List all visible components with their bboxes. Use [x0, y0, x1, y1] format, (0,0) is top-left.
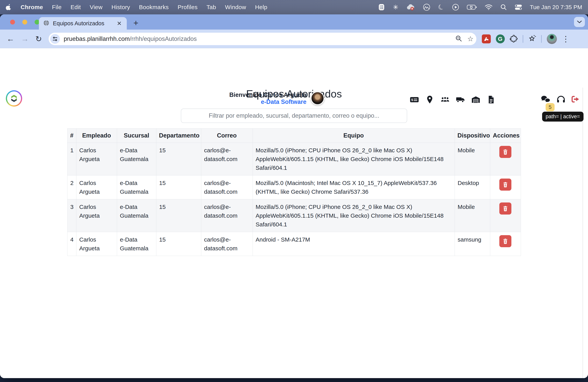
money-check-icon[interactable]: $	[410, 96, 419, 104]
mountain-vpn-icon[interactable]	[423, 3, 430, 11]
welcome-text: Bienvenido Carlos Argueta	[229, 91, 306, 98]
cell-sucursal: e-Data Guatemala	[117, 143, 156, 175]
apple-icon[interactable]	[6, 3, 12, 11]
company-link[interactable]: e-Data Software	[229, 98, 306, 106]
cell-empleado: Carlos Argueta	[76, 199, 117, 232]
menubar-item-view[interactable]: View	[90, 4, 103, 11]
signout-icon[interactable]	[571, 95, 580, 104]
delete-device-button[interactable]	[499, 179, 511, 191]
delete-device-button[interactable]	[499, 202, 511, 214]
menubar-item-edit[interactable]: Edit	[71, 4, 81, 11]
location-pin-icon[interactable]	[425, 95, 434, 104]
screen: ChromeFileEditViewHistoryBookmarksProfil…	[0, 0, 588, 382]
openai-icon[interactable]: ✳	[393, 3, 399, 11]
menubar-item-history[interactable]: History	[111, 4, 130, 11]
grammarly-extension-icon[interactable]: G	[496, 34, 505, 43]
reload-icon[interactable]: ↻	[35, 34, 42, 43]
warehouse-icon[interactable]	[471, 96, 480, 104]
cell-empleado: Carlos Argueta	[76, 175, 117, 199]
filter-input[interactable]	[181, 108, 407, 123]
trash-icon	[503, 149, 508, 155]
close-window-button[interactable]	[10, 20, 15, 24]
table-header-row: #EmpleadoSucursalDepartamentoCorreoEquip…	[67, 128, 521, 143]
cell-dispositivo: Mobile	[455, 199, 490, 232]
path-tooltip: path= | active=	[542, 112, 584, 122]
extensions-puzzle-icon[interactable]	[510, 35, 518, 43]
tab-search-chevron-button[interactable]	[574, 17, 585, 27]
cell-correo: carlos@e-datasoft.com	[201, 199, 252, 232]
edata-logo[interactable]	[6, 90, 22, 106]
menubar-item-window[interactable]: Window	[225, 4, 246, 11]
list-window-icon[interactable]	[378, 3, 385, 11]
tab-close-icon[interactable]: ✕	[116, 20, 123, 27]
menubar-item-profiles[interactable]: Profiles	[178, 4, 198, 11]
site-settings-icon[interactable]	[50, 34, 60, 44]
user-avatar[interactable]	[311, 91, 324, 105]
cell-equipo: Android - SM-A217M	[252, 232, 455, 256]
page-scrollbar[interactable]	[583, 87, 583, 378]
table-body: 1 Carlos Argueta e-Data Guatemala 15 car…	[67, 143, 521, 256]
column-header-4: Correo	[201, 128, 252, 143]
menubar-item-help[interactable]: Help	[255, 4, 267, 11]
bookmark-star-icon[interactable]: ☆	[467, 35, 473, 42]
zoom-out-icon[interactable]	[455, 35, 462, 43]
trash-icon	[503, 238, 508, 244]
wifi-icon[interactable]	[485, 3, 493, 11]
new-tab-button[interactable]: +	[133, 18, 138, 28]
menubar-item-chrome[interactable]: Chrome	[21, 4, 43, 11]
browser-tab[interactable]: Equipos Autorizados ✕	[39, 17, 127, 30]
document-icon[interactable]	[487, 95, 496, 104]
cell-acciones	[490, 199, 521, 232]
toolbar-separator	[541, 35, 542, 43]
cell-empleado: Carlos Argueta	[76, 232, 117, 256]
address-bar[interactable]: pruebas.planillarrhh.com/rrhh/equiposAut…	[49, 33, 476, 45]
notification-badge: 5	[546, 103, 555, 111]
column-header-3: Departamento	[156, 128, 201, 143]
cell-num: 2	[67, 175, 76, 199]
svg-text:$: $	[411, 98, 413, 102]
menubar-clock[interactable]: Tue Jan 20 7:35 PM	[530, 4, 582, 11]
cell-acciones	[490, 143, 521, 175]
browser-window: Equipos Autorizados ✕ + ← → ↻ pruebas.pl…	[0, 14, 588, 378]
reading-list-star-icon[interactable]	[528, 35, 536, 43]
macos-menubar: ChromeFileEditViewHistoryBookmarksProfil…	[0, 0, 588, 14]
cell-departamento: 15	[156, 232, 201, 256]
cell-sucursal: e-Data Guatemala	[117, 232, 156, 256]
cell-equipo: Mozilla/5.0 (iPhone; CPU iPhone OS 26_2_…	[252, 199, 455, 232]
trash-icon	[503, 206, 508, 212]
minimize-window-button[interactable]	[22, 20, 27, 24]
forward-icon[interactable]: →	[21, 34, 29, 43]
play-circle-icon[interactable]	[452, 3, 459, 11]
cell-num: 4	[67, 232, 76, 256]
cell-acciones	[490, 175, 521, 199]
back-icon[interactable]: ←	[7, 34, 14, 43]
menubar-item-bookmarks[interactable]: Bookmarks	[139, 4, 169, 11]
adobe-pdf-extension-icon[interactable]	[482, 34, 491, 43]
cell-correo: carlos@e-datasoft.com	[201, 175, 252, 199]
moon-icon[interactable]: ☾	[437, 2, 446, 12]
delete-device-button[interactable]	[499, 235, 511, 247]
chat-icon[interactable]	[541, 95, 551, 104]
users-icon[interactable]	[441, 96, 450, 104]
column-header-1: Empleado	[76, 128, 117, 143]
url-path: /rrhh/equiposAutorizados	[130, 35, 197, 42]
menubar-item-file[interactable]: File	[52, 4, 62, 11]
profile-avatar[interactable]	[547, 34, 557, 44]
search-icon[interactable]	[500, 3, 507, 11]
column-header-7: Acciones	[490, 128, 521, 143]
cloud-error-icon[interactable]	[406, 3, 415, 11]
control-center-icon[interactable]	[515, 3, 522, 11]
url-text[interactable]: pruebas.planillarrhh.com/rrhh/equiposAut…	[64, 35, 452, 42]
devices-table: #EmpleadoSucursalDepartamentoCorreoEquip…	[67, 128, 521, 256]
truck-icon[interactable]	[456, 96, 465, 104]
cell-departamento: 15	[156, 143, 201, 175]
more-menu-icon[interactable]: ⋮	[562, 34, 570, 43]
battery-charging-icon[interactable]	[467, 3, 477, 11]
cell-correo: carlos@e-datasoft.com	[201, 232, 252, 256]
cell-sucursal: e-Data Guatemala	[117, 199, 156, 232]
headphones-icon[interactable]	[556, 95, 566, 104]
delete-device-button[interactable]	[499, 146, 511, 158]
welcome-block: Bienvenido Carlos Argueta e-Data Softwar…	[229, 91, 306, 106]
edata-logo-inner	[7, 91, 21, 106]
menubar-item-tab[interactable]: Tab	[207, 4, 216, 11]
